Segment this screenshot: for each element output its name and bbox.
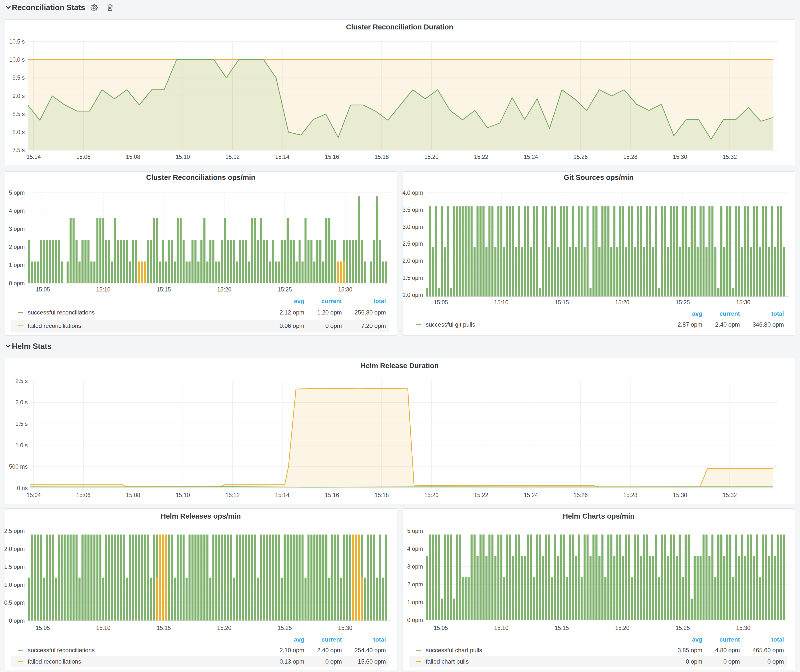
svg-text:1.0 s: 1.0 s	[15, 442, 28, 448]
svg-text:4 opm: 4 opm	[407, 546, 423, 552]
svg-text:0 opm: 0 opm	[407, 617, 423, 623]
svg-text:15:22: 15:22	[474, 154, 488, 160]
svg-text:15:30: 15:30	[673, 492, 687, 498]
svg-text:15:30: 15:30	[338, 625, 352, 631]
svg-text:avg: avg	[692, 636, 702, 643]
svg-text:15:26: 15:26	[573, 492, 588, 498]
svg-text:total: total	[771, 310, 784, 317]
svg-text:Helm Charts ops/min: Helm Charts ops/min	[563, 512, 634, 520]
svg-text:15:14: 15:14	[275, 154, 290, 160]
svg-text:4 opm: 4 opm	[9, 208, 25, 214]
svg-text:successful git pulls: successful git pulls	[426, 321, 475, 328]
svg-text:3.85 opm: 3.85 opm	[677, 647, 702, 653]
svg-text:346.80 opm: 346.80 opm	[752, 321, 784, 328]
svg-text:0.5 opm: 0.5 opm	[4, 600, 25, 606]
svg-text:1.5 s: 1.5 s	[15, 420, 28, 427]
svg-text:15:06: 15:06	[76, 492, 91, 498]
svg-text:2 opm: 2 opm	[9, 244, 25, 250]
svg-text:15:08: 15:08	[126, 492, 140, 498]
svg-text:successful reconciliations: successful reconciliations	[28, 647, 95, 653]
svg-text:failed reconciliations: failed reconciliations	[28, 658, 81, 665]
svg-text:15:25: 15:25	[675, 299, 690, 306]
svg-text:avg: avg	[294, 636, 304, 643]
svg-text:15:26: 15:26	[573, 154, 588, 160]
svg-text:Cluster Reconciliation Duratio: Cluster Reconciliation Duration	[346, 23, 453, 31]
svg-text:9.5 s: 9.5 s	[12, 74, 25, 81]
svg-text:3.5 opm: 3.5 opm	[402, 206, 423, 213]
svg-text:7.5 s: 7.5 s	[12, 147, 25, 154]
svg-text:10.5 s: 10.5 s	[9, 38, 25, 45]
svg-text:0 opm: 0 opm	[723, 658, 740, 665]
svg-text:15:28: 15:28	[623, 154, 637, 160]
svg-text:failed chart pulls: failed chart pulls	[426, 658, 469, 665]
svg-text:2.40 opm: 2.40 opm	[317, 647, 342, 653]
svg-text:15:20: 15:20	[217, 286, 231, 293]
svg-text:15:15: 15:15	[157, 286, 171, 293]
svg-text:15:32: 15:32	[723, 154, 737, 160]
svg-text:2.5 opm: 2.5 opm	[4, 528, 25, 534]
svg-text:0 opm: 0 opm	[325, 658, 342, 665]
svg-text:15:15: 15:15	[555, 625, 569, 631]
svg-text:current: current	[322, 636, 342, 643]
svg-text:7.20 opm: 7.20 opm	[361, 322, 386, 329]
svg-text:15:05: 15:05	[36, 625, 50, 631]
svg-text:current: current	[719, 310, 740, 317]
svg-text:2.87 opm: 2.87 opm	[677, 321, 702, 328]
svg-text:4.80 opm: 4.80 opm	[715, 647, 740, 653]
svg-text:0.06 opm: 0.06 opm	[279, 322, 304, 329]
svg-text:1 opm: 1 opm	[9, 262, 25, 268]
svg-text:total: total	[373, 636, 386, 643]
svg-text:10.0 s: 10.0 s	[9, 56, 25, 63]
svg-text:1.5 opm: 1.5 opm	[4, 564, 25, 570]
svg-text:2 opm: 2 opm	[407, 581, 423, 588]
svg-text:3 opm: 3 opm	[9, 226, 25, 232]
svg-text:15:16: 15:16	[325, 154, 339, 160]
svg-text:8.0 s: 8.0 s	[12, 129, 25, 135]
svg-text:15:20: 15:20	[615, 625, 629, 631]
svg-text:4.0 opm: 4.0 opm	[402, 190, 423, 196]
svg-text:465.60 opm: 465.60 opm	[752, 647, 784, 653]
svg-text:2.5 s: 2.5 s	[15, 378, 28, 384]
svg-text:1.0 opm: 1.0 opm	[402, 291, 423, 298]
svg-text:successful reconciliations: successful reconciliations	[28, 309, 95, 316]
svg-text:15:22: 15:22	[474, 492, 488, 498]
svg-text:15:28: 15:28	[623, 492, 637, 498]
svg-text:15:20: 15:20	[217, 625, 231, 631]
svg-text:254.40 opm: 254.40 opm	[355, 647, 386, 653]
svg-text:1.5 opm: 1.5 opm	[402, 274, 423, 281]
svg-text:15:08: 15:08	[126, 154, 140, 160]
svg-text:15:05: 15:05	[434, 625, 448, 631]
svg-text:2.0 s: 2.0 s	[15, 399, 28, 406]
svg-text:15:20: 15:20	[615, 299, 629, 306]
svg-text:2.10 opm: 2.10 opm	[279, 647, 304, 653]
svg-text:15:25: 15:25	[675, 625, 690, 631]
svg-text:15:20: 15:20	[424, 154, 438, 160]
svg-text:0 opm: 0 opm	[767, 658, 784, 665]
svg-text:2.0 opm: 2.0 opm	[4, 546, 25, 552]
svg-text:15:24: 15:24	[524, 154, 538, 160]
svg-text:15:25: 15:25	[278, 625, 292, 631]
svg-text:15:04: 15:04	[26, 154, 41, 160]
svg-text:15:25: 15:25	[278, 286, 292, 293]
svg-text:15:18: 15:18	[374, 154, 389, 160]
svg-text:avg: avg	[692, 310, 702, 317]
svg-text:15:30: 15:30	[338, 286, 352, 293]
svg-text:15:04: 15:04	[26, 492, 41, 498]
svg-text:15:30: 15:30	[736, 299, 750, 306]
svg-text:2.0 opm: 2.0 opm	[402, 258, 423, 264]
svg-text:5 opm: 5 opm	[407, 528, 423, 534]
svg-text:3.0 opm: 3.0 opm	[402, 223, 423, 230]
svg-text:15:05: 15:05	[36, 286, 50, 293]
svg-text:15:15: 15:15	[555, 299, 569, 306]
svg-text:15:20: 15:20	[424, 492, 438, 498]
svg-text:0.13 opm: 0.13 opm	[279, 658, 304, 665]
svg-text:15:12: 15:12	[226, 154, 240, 160]
svg-text:500 ms: 500 ms	[9, 463, 27, 470]
svg-text:0 opm: 0 opm	[325, 322, 342, 329]
svg-text:Helm Releases ops/min: Helm Releases ops/min	[160, 512, 241, 520]
svg-text:0 ns: 0 ns	[17, 485, 27, 491]
svg-text:256.80 opm: 256.80 opm	[355, 309, 386, 316]
svg-text:15:06: 15:06	[76, 154, 91, 160]
svg-text:current: current	[719, 636, 740, 643]
svg-text:9.0 s: 9.0 s	[12, 93, 25, 99]
